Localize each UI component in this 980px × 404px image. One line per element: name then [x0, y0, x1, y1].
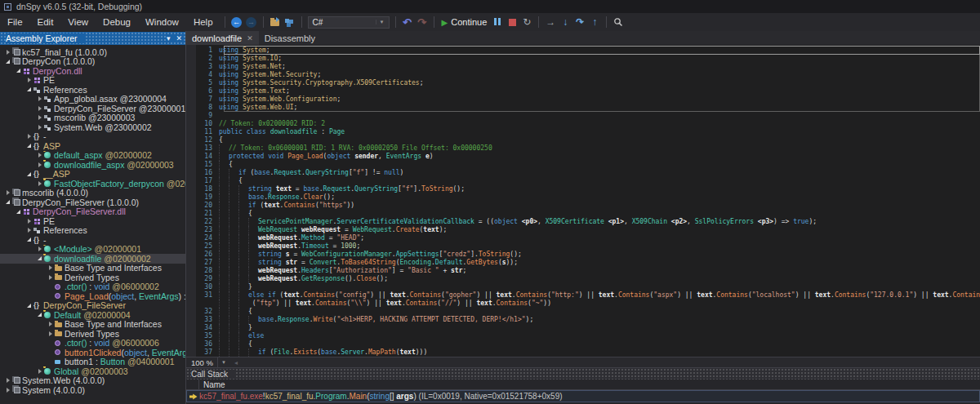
break-all-button[interactable]	[490, 15, 505, 29]
menu-edit[interactable]: Edit	[30, 17, 61, 27]
tree-item[interactable]: DerpyCon_FileServer (1.0.0.0)	[0, 198, 185, 207]
tree-item[interactable]: App_global.asax @23000004	[0, 95, 185, 104]
expander-expanded-icon[interactable]	[24, 304, 33, 308]
tree-item[interactable]: kc57_final_fu (1.0.0.0)	[0, 47, 185, 57]
menu-debug[interactable]: Debug	[96, 17, 138, 27]
expander-expanded-icon[interactable]	[14, 69, 23, 73]
name-column-header[interactable]: Name	[199, 380, 225, 389]
tree-item[interactable]: {}__ASP	[0, 170, 185, 180]
expander-collapsed-icon[interactable]	[35, 115, 44, 120]
tree-item[interactable]: {}ASP	[0, 141, 185, 151]
tree-item[interactable]: Derived Types	[0, 329, 185, 339]
expander-expanded-icon[interactable]	[3, 60, 12, 64]
expander-collapsed-icon[interactable]	[46, 265, 55, 270]
tree-item[interactable]: DerpyCon.dll	[0, 66, 185, 76]
save-module-button[interactable]	[283, 15, 297, 29]
tree-item[interactable]: button1 : Button @04000001	[0, 357, 185, 367]
expander-collapsed-icon[interactable]	[24, 228, 33, 233]
code-editor[interactable]: 1using System;2using System.IO;3using Sy…	[186, 45, 980, 357]
expander-collapsed-icon[interactable]	[35, 96, 44, 101]
expander-collapsed-icon[interactable]	[3, 388, 12, 393]
expander-expanded-icon[interactable]	[14, 210, 23, 214]
step-over-button[interactable]: ↷	[572, 15, 587, 29]
undo-button[interactable]: ↶	[400, 15, 415, 29]
window-position-icon[interactable]: ▾	[167, 34, 171, 42]
expander-expanded-icon[interactable]	[35, 313, 44, 317]
menu-view[interactable]: View	[60, 17, 96, 27]
tree-item[interactable]: .ctor() : void @06000002	[0, 282, 185, 292]
tree-item[interactable]: button1Clicked(object, EventArgs) : void…	[0, 348, 185, 357]
show-next-statement-button[interactable]: →	[543, 15, 558, 29]
step-into-button[interactable]: ↓	[558, 15, 572, 29]
tree-item[interactable]: Page_Load(object, EventArgs) : void @060…	[0, 291, 185, 301]
expander-collapsed-icon[interactable]	[35, 106, 44, 111]
tree-item[interactable]: Default @02000004	[0, 310, 185, 320]
tree-item[interactable]: default_aspx @02000002	[0, 151, 185, 161]
tree-item[interactable]: <Module> @02000001	[0, 245, 185, 255]
tree-item[interactable]: FastObjectFactory_derpycon @02000004	[0, 179, 185, 189]
zoom-dropdown[interactable]: ▼	[217, 357, 229, 367]
continue-button[interactable]: ▶ Continue	[439, 15, 491, 29]
expander-expanded-icon[interactable]	[24, 144, 33, 148]
expander-expanded-icon[interactable]	[35, 256, 44, 260]
tree-item[interactable]: mscorlib @23000003	[0, 113, 185, 123]
tree-item[interactable]: .ctor() : void @06000006	[0, 339, 185, 349]
expander-collapsed-icon[interactable]	[35, 181, 44, 186]
tree-item[interactable]: PE	[0, 76, 185, 86]
tree-item[interactable]: System.Web (4.0.0.0)	[0, 376, 185, 386]
tree-item[interactable]: Base Type and Interfaces	[0, 264, 185, 273]
redo-button[interactable]: ↷	[415, 15, 430, 29]
expander-expanded-icon[interactable]	[3, 200, 12, 204]
expander-collapsed-icon[interactable]	[46, 275, 55, 280]
menu-window[interactable]: Window	[138, 17, 186, 27]
tree-item[interactable]: Base Type and Interfaces	[0, 320, 185, 330]
expander-collapsed-icon[interactable]	[35, 369, 44, 374]
navigate-back-button[interactable]: ←	[229, 15, 244, 29]
navigate-forward-button[interactable]: →	[244, 15, 259, 29]
tree-item[interactable]: Global @02000003	[0, 366, 185, 376]
tree-item[interactable]: {}-	[0, 235, 185, 245]
tree-item[interactable]: DerpyCon_FileServer.dll	[0, 207, 185, 217]
tab-close-icon[interactable]: ✕	[247, 34, 253, 42]
expander-collapsed-icon[interactable]	[35, 162, 44, 167]
tab-disassembly[interactable]: Disassembly	[259, 31, 321, 45]
assembly-explorer-header[interactable]: Assembly Explorer ▾ ✕	[0, 32, 185, 45]
tree-item[interactable]: System (4.0.0.0)	[0, 385, 185, 395]
tree-item[interactable]: Derived Types	[0, 273, 185, 282]
step-out-button[interactable]: ↑	[587, 15, 602, 29]
tree-item[interactable]: downloadfile_aspx @02000003	[0, 160, 185, 170]
language-combo[interactable]: C# ▼	[308, 16, 390, 29]
call-stack-frame[interactable]: kc57_final_fu.exe!kc57_final_fu.Program.…	[186, 390, 980, 402]
expander-collapsed-icon[interactable]	[35, 153, 44, 158]
expander-collapsed-icon[interactable]	[35, 246, 44, 251]
hscroll-left-arrow-icon[interactable]: ◂	[229, 359, 238, 366]
expander-expanded-icon[interactable]	[24, 238, 33, 242]
expander-collapsed-icon[interactable]	[46, 331, 55, 336]
zoom-level[interactable]: 100 %	[186, 358, 217, 367]
expander-collapsed-icon[interactable]	[24, 78, 33, 82]
expander-collapsed-icon[interactable]	[3, 50, 12, 55]
tree-item[interactable]: DerpyCon_FileServer @23000001	[0, 104, 185, 113]
menu-file[interactable]: File	[0, 17, 30, 27]
expander-collapsed-icon[interactable]	[3, 378, 12, 383]
tab-downloadfile[interactable]: downloadfile✕	[186, 31, 259, 45]
expander-collapsed-icon[interactable]	[35, 125, 44, 130]
tree-item[interactable]: PE	[0, 216, 185, 226]
menu-help[interactable]: Help	[186, 17, 220, 27]
tree-item[interactable]: mscorlib (4.0.0.0)	[0, 189, 185, 198]
close-icon[interactable]: ✕	[176, 34, 182, 42]
expander-collapsed-icon[interactable]	[24, 219, 33, 224]
expander-expanded-icon[interactable]	[24, 87, 33, 91]
search-assemblies-button[interactable]	[611, 15, 626, 29]
tree-item[interactable]: downloadfile @02000002	[0, 254, 185, 264]
expander-collapsed-icon[interactable]	[3, 190, 12, 195]
call-stack-header[interactable]: Call Stack	[186, 367, 980, 380]
expander-collapsed-icon[interactable]	[24, 134, 33, 139]
expander-expanded-icon[interactable]	[24, 172, 33, 176]
tree-item[interactable]: References	[0, 226, 185, 236]
open-file-button[interactable]	[268, 15, 283, 29]
tree-item[interactable]: DerpyCon (1.0.0.0)	[0, 57, 185, 67]
expander-collapsed-icon[interactable]	[46, 322, 55, 326]
tree-item[interactable]: References	[0, 85, 185, 95]
stop-debugging-button[interactable]	[505, 15, 519, 29]
